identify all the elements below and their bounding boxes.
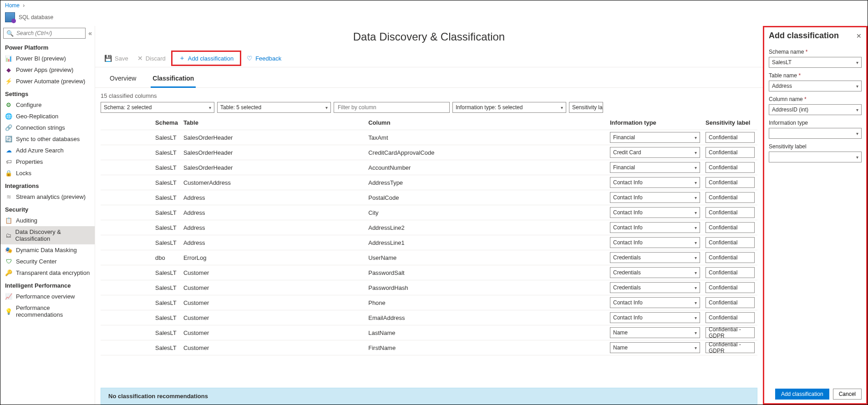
cell-info-type-select[interactable]: Contact Info▾ [610,312,700,323]
cell-sensitivity-select[interactable]: Confidential [706,147,755,158]
sidebar-item[interactable]: 🔑Transparent data encryption [0,267,95,278]
sensitivity-label-select[interactable]: ▾ [769,152,862,162]
cell-info-type-select[interactable]: Contact Info▾ [610,207,700,218]
cell-info-type-select[interactable]: Name▾ [610,327,700,338]
cell-info-type-select[interactable]: Contact Info▾ [610,192,700,203]
cell-sensitivity-select[interactable]: Confidential [706,162,755,173]
cell-info-type-select[interactable]: Financial▾ [610,132,700,143]
sidebar-item[interactable]: 🛡Security Center [0,256,95,267]
main-content: Data Discovery & Classification 💾 Save ✕… [95,26,763,405]
tabs: Overview Classification [95,67,763,88]
table-row: SalesLTAddressCityContact Info▾Confident… [101,205,757,220]
cell-sensitivity-select[interactable]: Confidential [706,192,755,203]
cell-table: Customer [181,295,365,310]
cell-schema: SalesLT [101,205,181,220]
cell-sensitivity-select[interactable]: Confidential - GDPR [706,327,755,338]
feedback-button[interactable]: ♡ Feedback [243,53,285,64]
cell-sensitivity-select[interactable]: Confidential [706,132,755,143]
sidebar-item[interactable]: 🔒Locks [0,167,95,179]
filter-bar: Schema: 2 selected ▾ Table: 5 selected ▾… [95,102,763,116]
filter-sens-label: Sensitivity la [572,104,603,111]
sidebar-search[interactable]: 🔍 [3,28,86,39]
save-button[interactable]: 💾 Save [101,53,132,64]
cell-column: AccountNumber [365,160,607,175]
cell-sensitivity-value: Confidential [709,209,737,216]
panel-add-button[interactable]: Add classification [775,389,829,400]
close-panel-button[interactable]: ✕ [856,32,862,40]
cell-sensitivity-select[interactable]: Confidential [706,207,755,218]
chevron-down-icon: ▾ [695,345,697,350]
sidebar-item-icon: 🔗 [5,124,12,131]
sidebar-item[interactable]: 🎭Dynamic Data Masking [0,244,95,256]
panel-cancel-button[interactable]: Cancel [833,389,862,400]
header-info-type[interactable]: Information type [607,116,703,130]
filter-table-label: Table: 5 selected [220,104,261,111]
cell-sensitivity-select[interactable]: Confidential [706,297,755,308]
breadcrumb-home[interactable]: Home [5,2,20,9]
table-row: SalesLTSalesOrderHeaderAccountNumberFina… [101,160,757,175]
sidebar-item[interactable]: ⚙Configure [0,99,95,111]
cell-sensitivity-value: Confidential [709,149,737,156]
sidebar-item[interactable]: ⚡Power Automate (preview) [0,76,95,87]
cell-info-type-select[interactable]: Credentials▾ [610,282,700,293]
column-name-select[interactable]: AddressID (int) ▾ [769,104,862,115]
chevron-down-icon: ▾ [695,285,697,290]
filter-sensitivity-label[interactable]: Sensitivity la [569,102,603,113]
add-classification-button[interactable]: ＋ Add classification [175,52,237,64]
sidebar-item[interactable]: 🗂Data Discovery & Classification [0,226,95,244]
cell-info-type-select[interactable]: Credentials▾ [610,267,700,278]
information-type-label: Information type [769,120,862,126]
sidebar-item[interactable]: ☁Add Azure Search [0,145,95,156]
cell-info-type-select[interactable]: Name▾ [610,342,700,353]
sidebar-item[interactable]: 🏷Properties [0,156,95,167]
filter-schema[interactable]: Schema: 2 selected ▾ [101,102,214,113]
cell-sensitivity-select[interactable]: Confidential - GDPR [706,342,755,353]
cell-info-type-select[interactable]: Financial▾ [610,162,700,173]
cell-sensitivity-select[interactable]: Confidential [706,222,755,233]
table-name-select[interactable]: Address ▾ [769,81,862,91]
sidebar-item[interactable]: 🌐Geo-Replication [0,111,95,122]
sidebar-item[interactable]: 📈Performance overview [0,291,95,302]
schema-name-select[interactable]: SalesLT ▾ [769,57,862,68]
cell-info-type-select[interactable]: Contact Info▾ [610,222,700,233]
information-type-select[interactable]: ▾ [769,128,862,139]
sidebar-item[interactable]: ◆Power Apps (preview) [0,64,95,76]
cell-sensitivity-select[interactable]: Confidential [706,237,755,248]
cell-info-type-select[interactable]: Contact Info▾ [610,237,700,248]
search-input[interactable] [15,30,82,37]
tab-overview[interactable]: Overview [108,72,138,87]
sidebar-item[interactable]: 💡Performance recommendations [0,302,95,320]
cell-sensitivity-select[interactable]: Confidential [706,252,755,263]
sidebar-item[interactable]: ≋Stream analytics (preview) [0,191,95,202]
cell-sensitivity-value: Confidential [709,299,737,306]
sidebar-item[interactable]: 📋Auditing [0,215,95,226]
filter-column-input[interactable] [337,104,447,111]
cell-sensitivity-select[interactable]: Confidential [706,312,755,323]
sidebar-item[interactable]: 🔗Connection strings [0,122,95,133]
header-table[interactable]: Table [181,116,365,130]
cell-info-type-select[interactable]: Credentials▾ [610,252,700,263]
cell-info-type-select[interactable]: Contact Info▾ [610,177,700,188]
tab-classification[interactable]: Classification [151,72,196,88]
chevron-down-icon: ▾ [325,105,328,110]
cell-sensitivity-value: Confidential [709,269,737,276]
cell-info-type-select[interactable]: Credit Card▾ [610,147,700,158]
header-column[interactable]: Column [365,116,607,130]
header-schema[interactable]: Schema [101,116,181,130]
cell-sensitivity-select[interactable]: Confidential [706,177,755,188]
discard-icon: ✕ [137,55,143,62]
collapse-sidebar-button[interactable]: « [88,30,92,37]
filter-table[interactable]: Table: 5 selected ▾ [217,102,331,113]
cell-sensitivity-value: Confidential [709,254,737,261]
cell-schema: SalesLT [101,280,181,295]
cell-sensitivity-select[interactable]: Confidential [706,282,755,293]
filter-column[interactable] [334,102,450,113]
sidebar-item[interactable]: 📊Power BI (preview) [0,53,95,64]
discard-button[interactable]: ✕ Discard [134,53,169,64]
header-sensitivity[interactable]: Sensitivity label [703,116,757,130]
sidebar-item[interactable]: 🔄Sync to other databases [0,133,95,145]
cell-sensitivity-select[interactable]: Confidential [706,267,755,278]
cell-info-type-select[interactable]: Contact Info▾ [610,297,700,308]
filter-information-type[interactable]: Information type: 5 selected ▾ [452,102,566,113]
sidebar-item-label: Performance overview [16,293,75,300]
